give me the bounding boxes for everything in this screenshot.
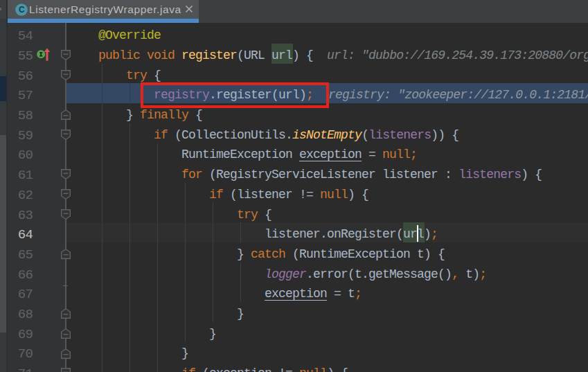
svg-text:C: C (19, 5, 25, 15)
